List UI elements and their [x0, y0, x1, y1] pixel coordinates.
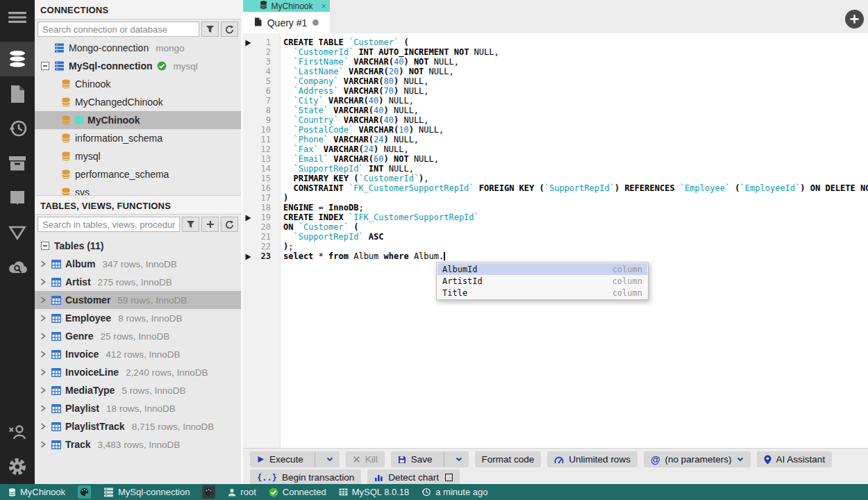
table-item-Artist[interactable]: Artist275 rows, InnoDB	[35, 273, 241, 291]
tables-filter-button[interactable]	[182, 217, 199, 232]
begin-transaction-button[interactable]: {..}Begin transaction	[250, 469, 361, 485]
funnel-icon	[206, 25, 215, 33]
tab-query-1[interactable]: Query #1	[243, 12, 330, 33]
activity-switch-user-button[interactable]	[0, 415, 35, 449]
database-color-chip[interactable]	[78, 485, 91, 499]
new-connection-button[interactable]	[845, 10, 864, 28]
chevron-right-icon[interactable]	[40, 315, 47, 322]
line-number: 2	[243, 47, 280, 57]
activity-plugins-button[interactable]	[0, 181, 35, 215]
tables-add-button[interactable]	[201, 217, 219, 232]
chevron-right-icon[interactable]	[40, 423, 47, 430]
code-line: `City` VARCHAR(40) NULL,	[283, 96, 868, 106]
detect-chart-button[interactable]: Detect chart	[367, 469, 460, 485]
database-item-sys[interactable]: sys	[35, 183, 241, 195]
table-item-InvoiceLine[interactable]: InvoiceLine2,240 rows, InnoDB	[35, 363, 241, 381]
format-code-button[interactable]: Format code	[475, 451, 542, 467]
database-item-MyChangedChinook[interactable]: MyChangedChinook	[35, 93, 241, 111]
parameters-button[interactable]: @(no parameters)	[644, 451, 751, 467]
completion-kind: column	[612, 276, 642, 286]
save-dropdown-button[interactable]	[449, 451, 469, 467]
table-item-Track[interactable]: Track3,483 rows, InnoDB	[35, 435, 241, 453]
connection-item-Mongo-connection[interactable]: Mongo-connectionmongo	[35, 39, 241, 57]
file-icon	[10, 85, 26, 103]
status-database[interactable]: MyChinook	[8, 487, 65, 497]
detect-chart-label: Detect chart	[388, 472, 439, 483]
table-item-Invoice[interactable]: Invoice412 rows, InnoDB	[35, 345, 241, 363]
ai-assistant-button[interactable]: AI Assistant	[757, 451, 833, 467]
line-number: 9	[243, 115, 280, 125]
activity-databases-button[interactable]	[0, 42, 35, 76]
text-caret	[444, 252, 445, 260]
status-connection[interactable]: MySql-connection	[103, 487, 190, 497]
item-label: MyChinook	[87, 115, 140, 126]
table-item-Genre[interactable]: Genre25 rows, InnoDB	[35, 327, 241, 345]
tables-group-row[interactable]: Tables (11)	[35, 237, 241, 255]
detect-chart-checkbox[interactable]	[445, 474, 453, 481]
chevron-right-icon[interactable]	[40, 260, 47, 267]
chevron-right-icon[interactable]	[40, 387, 47, 394]
activity-files-button[interactable]	[0, 76, 35, 111]
tab-mychinook[interactable]: MyChinook ×	[243, 0, 330, 12]
code-line: ENGINE = InnoDB;	[283, 203, 868, 212]
save-button[interactable]: Save	[391, 451, 469, 467]
chevron-right-icon[interactable]	[40, 333, 47, 340]
connections-refresh-button[interactable]	[221, 22, 238, 37]
database-icon	[61, 115, 71, 125]
cloud-search-icon	[8, 260, 28, 275]
database-item-information_schema[interactable]: information_schema	[35, 129, 241, 147]
autocomplete-item-Title[interactable]: Titlecolumn	[437, 287, 647, 299]
chevron-right-icon[interactable]	[40, 278, 47, 285]
table-icon	[51, 440, 61, 449]
connections-filter-button[interactable]	[201, 22, 219, 37]
close-icon[interactable]: ×	[321, 1, 326, 11]
code-line: CREATE TABLE `Customer` (	[283, 38, 868, 47]
execute-statement-arrow-icon[interactable]	[245, 253, 251, 262]
line-number: 12	[243, 144, 280, 154]
connection-color-chip[interactable]	[202, 485, 215, 499]
activity-history-button[interactable]	[0, 111, 35, 146]
table-meta: 347 rows, InnoDB	[103, 259, 177, 269]
database-item-Chinook[interactable]: Chinook	[35, 75, 241, 93]
tables-search-input[interactable]	[37, 217, 180, 232]
database-item-mysql[interactable]: mysql	[35, 147, 241, 165]
ai-assistant-label: AI Assistant	[776, 454, 826, 465]
format-code-label: Format code	[482, 454, 535, 465]
execute-dropdown-button[interactable]	[320, 451, 340, 467]
kill-button[interactable]: Kill	[346, 451, 385, 467]
table-item-Album[interactable]: Album347 rows, InnoDB	[35, 255, 241, 273]
table-meta: 59 rows, InnoDB	[117, 295, 187, 306]
table-item-PlaylistTrack[interactable]: PlaylistTrack8,715 rows, InnoDB	[35, 417, 241, 435]
activity-menu-button[interactable]	[0, 0, 35, 35]
table-item-MediaType[interactable]: MediaType5 rows, InnoDB	[35, 381, 241, 399]
editor-code-area[interactable]: CREATE TABLE `Customer` ( `CustomerId` I…	[281, 33, 868, 448]
autocomplete-item-AlbumId[interactable]: AlbumIdcolumn	[437, 263, 647, 275]
connection-item-MySql-connection[interactable]: MySql-connectionmysql	[35, 57, 241, 75]
chevron-right-icon[interactable]	[40, 369, 47, 376]
collapse-expander-icon[interactable]	[40, 242, 50, 250]
activity-archive-button[interactable]	[0, 146, 35, 181]
execute-button[interactable]: Execute	[250, 451, 340, 467]
code-line: `SupportRepId` INT NULL,	[283, 164, 868, 174]
table-item-Employee[interactable]: Employee8 rows, InnoDB	[35, 309, 241, 327]
chevron-right-icon[interactable]	[40, 297, 47, 303]
collapse-expander-icon[interactable]	[40, 62, 50, 70]
tables-refresh-button[interactable]	[221, 217, 238, 232]
connections-search-input[interactable]	[37, 22, 199, 37]
chevron-right-icon[interactable]	[40, 441, 47, 448]
chevron-right-icon[interactable]	[40, 405, 47, 412]
activity-settings-button[interactable]	[0, 449, 35, 484]
autocomplete-item-ArtistId[interactable]: ArtistIdcolumn	[437, 275, 647, 287]
sql-editor: 1234567891011121314151617181920212223 CR…	[243, 33, 868, 448]
activity-cloud-search-button[interactable]	[0, 250, 35, 285]
table-name: Playlist	[65, 403, 99, 414]
table-item-Playlist[interactable]: Playlist18 rows, InnoDB	[35, 399, 241, 417]
table-item-Customer[interactable]: Customer59 rows, InnoDB	[35, 291, 241, 309]
database-small	[8, 488, 16, 497]
connections-header: CONNECTIONS	[35, 0, 241, 19]
activity-query-designer-button[interactable]	[0, 215, 35, 250]
database-item-performance_schema[interactable]: performance_schema	[35, 165, 241, 183]
database-item-MyChinook[interactable]: MyChinook	[35, 111, 241, 129]
unlimited-rows-button[interactable]: Unlimited rows	[547, 451, 637, 467]
chevron-right-icon[interactable]	[40, 351, 47, 358]
